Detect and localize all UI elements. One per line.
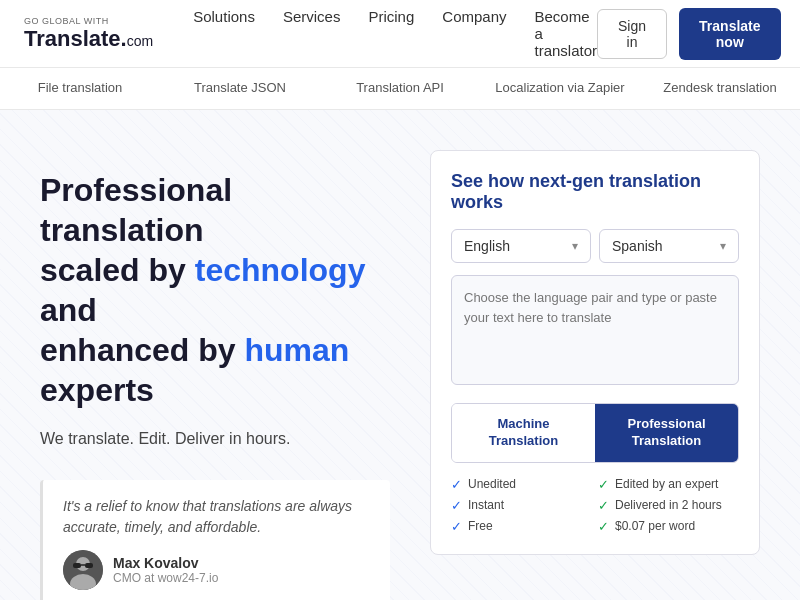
nav-links: Solutions Services Pricing Company Becom… bbox=[193, 8, 597, 59]
method-buttons: MachineTranslation ProfessionalTranslati… bbox=[451, 403, 739, 463]
hero-subtext: We translate. Edit. Deliver in hours. bbox=[40, 430, 390, 448]
to-language-select[interactable]: Spanish ▾ bbox=[599, 229, 739, 263]
feature-instant: ✓ Instant bbox=[451, 498, 592, 513]
logo-brand: Translate.com bbox=[24, 26, 153, 52]
nav-localization-zapier[interactable]: Localization via Zapier bbox=[480, 68, 640, 109]
svg-rect-4 bbox=[85, 563, 93, 568]
check-icon: ✓ bbox=[451, 498, 462, 513]
testimonial-card: It's a relief to know that translations … bbox=[40, 480, 390, 600]
chevron-down-icon: ▾ bbox=[720, 239, 726, 253]
hero-right: See how next-gen translation works Engli… bbox=[430, 150, 760, 600]
author-name: Max Kovalov bbox=[113, 555, 218, 571]
check-icon: ✓ bbox=[451, 519, 462, 534]
nav-translate-json[interactable]: Translate JSON bbox=[160, 68, 320, 109]
translate-now-button[interactable]: Translate now bbox=[679, 8, 780, 60]
secondary-nav: File translation Translate JSON Translat… bbox=[0, 68, 800, 110]
nav-become-translator[interactable]: Become a translator bbox=[535, 8, 598, 59]
feature-free: ✓ Free bbox=[451, 519, 592, 534]
feature-unedited: ✓ Unedited bbox=[451, 477, 592, 492]
feature-price: ✓ $0.07 per word bbox=[598, 519, 739, 534]
feature-delivered: ✓ Delivered in 2 hours bbox=[598, 498, 739, 513]
from-language-select[interactable]: English ▾ bbox=[451, 229, 591, 263]
nav-zendesk[interactable]: Zendesk translation bbox=[640, 68, 800, 109]
logo-tagline: GO GLOBAL WITH bbox=[24, 16, 153, 26]
hero-section: Professional translation scaled by techn… bbox=[0, 110, 800, 600]
testimonial-text: It's a relief to know that translations … bbox=[63, 496, 370, 538]
check-icon: ✓ bbox=[598, 498, 609, 513]
logo[interactable]: GO GLOBAL WITH Translate.com bbox=[24, 16, 153, 52]
machine-translation-button[interactable]: MachineTranslation bbox=[452, 404, 595, 462]
hero-left: Professional translation scaled by techn… bbox=[40, 150, 430, 600]
signin-button[interactable]: Sign in bbox=[597, 9, 667, 59]
nav-services[interactable]: Services bbox=[283, 8, 341, 59]
nav-solutions[interactable]: Solutions bbox=[193, 8, 255, 59]
hero-heading: Professional translation scaled by techn… bbox=[40, 170, 390, 410]
nav-pricing[interactable]: Pricing bbox=[368, 8, 414, 59]
check-icon: ✓ bbox=[451, 477, 462, 492]
card-title: See how next-gen translation works bbox=[451, 171, 739, 213]
svg-rect-3 bbox=[73, 563, 81, 568]
language-selectors: English ▾ Spanish ▾ bbox=[451, 229, 739, 263]
nav-translation-api[interactable]: Translation API bbox=[320, 68, 480, 109]
testimonial-author: Max Kovalov CMO at wow24-7.io bbox=[63, 550, 370, 590]
main-nav: GO GLOBAL WITH Translate.com Solutions S… bbox=[0, 0, 800, 68]
avatar bbox=[63, 550, 103, 590]
author-role: CMO at wow24-7.io bbox=[113, 571, 218, 585]
check-icon: ✓ bbox=[598, 519, 609, 534]
translation-input[interactable] bbox=[451, 275, 739, 385]
feature-edited: ✓ Edited by an expert bbox=[598, 477, 739, 492]
translation-card: See how next-gen translation works Engli… bbox=[430, 150, 760, 555]
features-list: ✓ Unedited ✓ Edited by an expert ✓ Insta… bbox=[451, 477, 739, 534]
nav-file-translation[interactable]: File translation bbox=[0, 68, 160, 109]
check-icon: ✓ bbox=[598, 477, 609, 492]
professional-translation-button[interactable]: ProfessionalTranslation bbox=[595, 404, 738, 462]
logo-text: Translate.com bbox=[24, 26, 153, 51]
nav-actions: Sign in Translate now bbox=[597, 8, 781, 60]
nav-company[interactable]: Company bbox=[442, 8, 506, 59]
chevron-down-icon: ▾ bbox=[572, 239, 578, 253]
author-info: Max Kovalov CMO at wow24-7.io bbox=[113, 555, 218, 585]
